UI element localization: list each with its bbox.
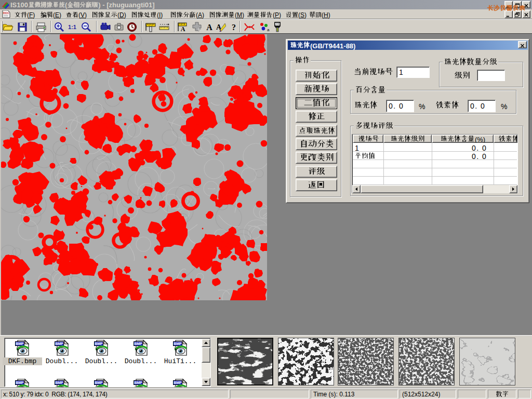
svg-text:A: A — [181, 25, 185, 33]
svg-text:a: a — [267, 28, 270, 32]
svg-text:?: ? — [232, 23, 236, 32]
svg-text:DOC: DOC — [3, 11, 9, 15]
svg-text:1:1: 1:1 — [68, 24, 76, 30]
svg-text:A: A — [206, 23, 212, 32]
